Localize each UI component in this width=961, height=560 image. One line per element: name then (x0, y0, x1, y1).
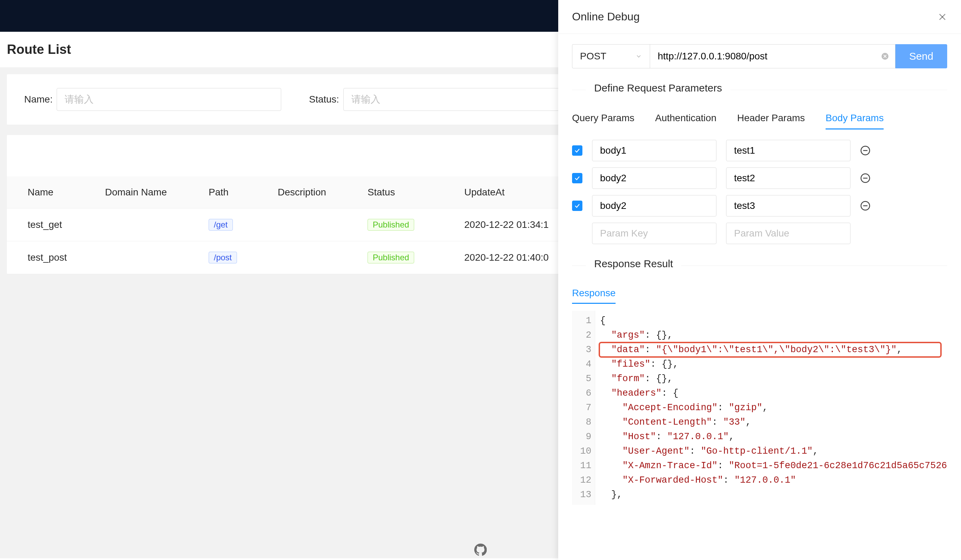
filter-name: Name: (24, 88, 281, 111)
tab-auth[interactable]: Authentication (655, 108, 717, 130)
cell-description (270, 241, 359, 274)
path-tag: /post (209, 252, 237, 263)
param-checkbox[interactable] (572, 173, 582, 183)
col-domain: Domain Name (97, 177, 200, 209)
code-line: "files": {}, (600, 357, 942, 372)
tab-response[interactable]: Response (572, 284, 615, 304)
cell-path: /post (200, 241, 270, 274)
col-description: Description (270, 177, 359, 209)
code-lines[interactable]: { "args": {}, "data": "{\"body1\":\"test… (595, 311, 947, 505)
param-checkbox[interactable] (572, 201, 582, 211)
cell-path: /get (200, 209, 270, 241)
param-value-input[interactable] (726, 223, 850, 244)
chevron-down-icon (635, 53, 642, 60)
param-row (572, 167, 947, 189)
code-line: "args": {}, (600, 328, 942, 342)
debug-drawer: Online Debug POST Send Define Request Pa… (558, 0, 961, 560)
code-line: }, (600, 488, 942, 502)
section-params-divider: Define Request Parameters (572, 82, 947, 97)
code-line: "form": {}, (600, 372, 942, 386)
minus-circle-icon[interactable] (860, 145, 871, 156)
cell-name: test_get (7, 209, 97, 241)
code-line: "Accept-Encoding": "gzip", (600, 401, 942, 415)
request-bar: POST Send (572, 44, 947, 68)
minus-circle-icon[interactable] (860, 201, 871, 211)
method-value: POST (580, 51, 606, 62)
section-response-divider: Response Result (572, 258, 947, 273)
path-tag: /get (209, 219, 233, 231)
section-params-label: Define Request Parameters (594, 82, 722, 97)
tab-body[interactable]: Body Params (826, 108, 884, 130)
cell-name: test_post (7, 241, 97, 274)
code-line: "headers": { (600, 386, 942, 401)
param-row-placeholder (572, 223, 947, 244)
code-line: "Content-Length": "33", (600, 415, 942, 430)
col-name: Name (7, 177, 97, 209)
param-key-input[interactable] (592, 195, 717, 217)
cell-description (270, 209, 359, 241)
drawer-header: Online Debug (558, 0, 961, 34)
minus-circle-icon[interactable] (860, 173, 871, 183)
filter-name-input[interactable] (57, 88, 281, 111)
code-line: "X-Forwarded-Host": "127.0.0.1" (600, 473, 942, 488)
filter-status-label: Status: (309, 94, 339, 105)
status-tag: Published (368, 219, 414, 231)
col-status: Status (359, 177, 456, 209)
drawer-title: Online Debug (572, 10, 640, 23)
param-key-input[interactable] (592, 140, 717, 161)
status-tag: Published (368, 252, 414, 263)
param-value-input[interactable] (726, 167, 850, 189)
param-row (572, 195, 947, 217)
tab-header[interactable]: Header Params (737, 108, 805, 130)
param-key-input[interactable] (592, 167, 717, 189)
filter-status: Status: (309, 88, 567, 111)
body-params-list (572, 140, 947, 244)
param-row (572, 140, 947, 161)
param-key-input[interactable] (592, 223, 717, 244)
filter-status-input[interactable] (343, 88, 568, 111)
param-checkbox[interactable] (572, 145, 582, 156)
code-line: "data": "{\"body1\":\"test1\",\"body2\":… (600, 342, 942, 357)
clear-icon[interactable] (881, 52, 889, 60)
code-line: { (600, 313, 942, 328)
github-icon[interactable] (474, 544, 487, 556)
code-line: "X-Amzn-Trace-Id": "Root=1-5fe0de21-6c28… (600, 459, 942, 473)
cell-status: Published (359, 241, 456, 274)
line-gutter: 12345678910111213 (572, 311, 595, 505)
cell-domain (97, 241, 200, 274)
param-value-input[interactable] (726, 140, 850, 161)
response-code-view: 12345678910111213 { "args": {}, "data": … (572, 311, 947, 505)
cell-domain (97, 209, 200, 241)
send-button[interactable]: Send (895, 44, 947, 68)
response-tabs: Response (572, 284, 947, 304)
section-response-label: Response Result (594, 258, 673, 273)
method-select[interactable]: POST (572, 44, 650, 68)
close-icon[interactable] (937, 12, 947, 22)
col-path: Path (200, 177, 270, 209)
param-tabs: Query Params Authentication Header Param… (572, 108, 947, 130)
code-line: "Host": "127.0.0.1", (600, 430, 942, 444)
tab-query[interactable]: Query Params (572, 108, 635, 130)
code-line: "User-Agent": "Go-http-client/1.1", (600, 444, 942, 459)
cell-status: Published (359, 209, 456, 241)
param-value-input[interactable] (726, 195, 850, 217)
url-input[interactable] (650, 44, 895, 68)
filter-name-label: Name: (24, 94, 53, 105)
